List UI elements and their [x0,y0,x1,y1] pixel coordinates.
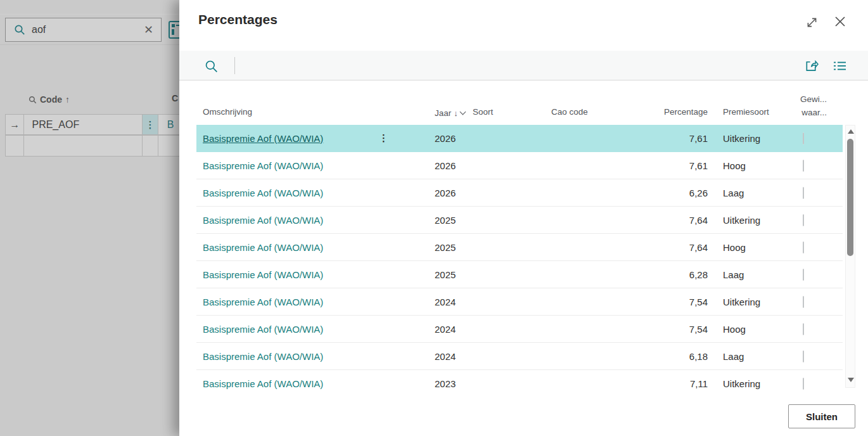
percentage-cell[interactable]: 7,61 [640,133,713,144]
omschrijving-link[interactable]: Basispremie Aof (WAO/WIA) [203,324,323,335]
row-options-icon[interactable]: ⋮ [379,132,388,144]
jaar-cell[interactable]: 2023 [432,378,473,389]
premiesoort-cell[interactable]: Uitkering [713,297,794,307]
jaar-cell[interactable]: 2025 [432,242,473,253]
premiesoort-cell[interactable]: Hoog [713,160,794,171]
premiesoort-cell[interactable]: Laag [713,269,794,280]
sluiten-button[interactable]: Sluiten [788,404,855,428]
omschrijving-cell: Basispremie Aof (WAO/WIA) ⋮ [196,160,432,171]
search-list-icon[interactable] [203,58,219,74]
percentage-cell[interactable]: 6,26 [640,188,713,198]
header-cao-code[interactable]: Cao code [546,107,640,125]
gewijzigd-checkbox[interactable] [803,132,804,144]
table-row[interactable]: Basispremie Aof (WAO/WIA) ⋮ 2024 7,54 Ui… [196,288,843,316]
jaar-cell[interactable]: 2025 [432,269,473,280]
percentage-cell[interactable]: 7,54 [640,297,713,307]
dialog-title: Percentages [198,12,278,27]
table-row[interactable]: Basispremie Aof (WAO/WIA) ⋮ 2025 6,28 La… [196,261,843,288]
premiesoort-cell[interactable]: Laag [713,351,794,362]
table-row[interactable]: Basispremie Aof (WAO/WIA) ⋮ 2025 7,64 Ho… [196,234,843,261]
scroll-down-icon[interactable] [848,378,854,382]
omschrijving-cell: Basispremie Aof (WAO/WIA) ⋮ [196,378,432,389]
share-icon[interactable] [803,58,819,74]
table-row[interactable]: Basispremie Aof (WAO/WIA) ⋮ 2026 7,61 Ui… [196,125,843,152]
premiesoort-cell[interactable]: Hoog [713,324,794,335]
jaar-cell[interactable]: 2026 [432,160,473,171]
gewijzigd-cell [794,242,843,253]
jaar-cell[interactable]: 2026 [432,188,473,198]
header-soort[interactable]: Soort [473,107,546,125]
omschrijving-link[interactable]: Basispremie Aof (WAO/WIA) [203,160,323,171]
gewijzigd-checkbox[interactable] [803,350,804,362]
gewijzigd-checkbox[interactable] [803,241,804,253]
omschrijving-link[interactable]: Basispremie Aof (WAO/WIA) [203,133,323,144]
toolbar-divider [234,57,235,74]
premiesoort-cell[interactable]: Hoog [713,242,794,253]
percentage-cell[interactable]: 7,54 [640,324,713,335]
percentage-cell[interactable]: 7,11 [640,378,713,389]
sort-descending-icon: ↓ [454,108,458,118]
jaar-cell[interactable]: 2024 [432,351,473,362]
gewijzigd-cell [794,351,843,362]
omschrijving-link[interactable]: Basispremie Aof (WAO/WIA) [203,242,323,253]
table-row[interactable]: Basispremie Aof (WAO/WIA) ⋮ 2025 7,64 Ui… [196,207,843,234]
gewijzigd-cell [794,188,843,198]
header-gewijzigd[interactable]: Gewi...waar... [794,93,843,125]
gewijzigd-checkbox[interactable] [803,323,804,335]
header-premiesoort[interactable]: Premiesoort [713,107,794,125]
gewijzigd-checkbox[interactable] [803,160,804,172]
gewijzigd-checkbox[interactable] [803,187,804,199]
scroll-up-icon[interactable] [848,129,854,134]
header-omschrijving[interactable]: Omschrijving [196,107,432,125]
gewijzigd-checkbox[interactable] [803,378,804,390]
percentage-cell[interactable]: 6,18 [640,351,713,362]
omschrijving-link[interactable]: Basispremie Aof (WAO/WIA) [203,215,323,226]
omschrijving-cell: Basispremie Aof (WAO/WIA) ⋮ [196,188,432,198]
gewijzigd-checkbox[interactable] [803,214,804,226]
jaar-cell[interactable]: 2024 [432,297,473,307]
table-header-row: Omschrijving Jaar ↓ Soort Cao code Perce… [196,80,843,125]
premiesoort-cell[interactable]: Uitkering [713,215,794,226]
jaar-cell[interactable]: 2025 [432,215,473,226]
table-row[interactable]: Basispremie Aof (WAO/WIA) ⋮ 2024 6,18 La… [196,343,843,370]
omschrijving-link[interactable]: Basispremie Aof (WAO/WIA) [203,378,323,389]
omschrijving-cell: Basispremie Aof (WAO/WIA) ⋮ [196,242,432,253]
gewijzigd-cell [794,269,843,280]
percentage-cell[interactable]: 7,61 [640,160,713,171]
premiesoort-cell[interactable]: Laag [713,188,794,198]
percentage-cell[interactable]: 6,28 [640,269,713,280]
gewijzigd-checkbox[interactable] [803,269,804,281]
omschrijving-link[interactable]: Basispremie Aof (WAO/WIA) [203,188,323,198]
table-row[interactable]: Basispremie Aof (WAO/WIA) ⋮ 2026 6,26 La… [196,179,843,207]
premiesoort-cell[interactable]: Uitkering [713,378,794,389]
omschrijving-cell: Basispremie Aof (WAO/WIA) ⋮ [196,351,432,362]
percentage-cell[interactable]: 7,64 [640,242,713,253]
omschrijving-cell: Basispremie Aof (WAO/WIA) ⋮ [196,297,432,307]
gewijzigd-cell [794,215,843,226]
dialog-footer: Sluiten [179,391,868,436]
header-percentage[interactable]: Percentage [640,107,713,125]
close-dialog-icon[interactable] [832,13,848,30]
premiesoort-cell[interactable]: Uitkering [713,133,794,144]
omschrijving-link[interactable]: Basispremie Aof (WAO/WIA) [203,297,323,307]
table-row[interactable]: Basispremie Aof (WAO/WIA) ⋮ 2023 7,11 Ui… [196,370,843,391]
table-row[interactable]: Basispremie Aof (WAO/WIA) ⋮ 2024 7,54 Ho… [196,316,843,343]
jaar-cell[interactable]: 2026 [432,133,473,144]
gewijzigd-cell [794,324,843,335]
percentages-dialog: Percentages [179,0,868,436]
percentage-cell[interactable]: 7,64 [640,215,713,226]
omschrijving-cell: Basispremie Aof (WAO/WIA) ⋮ [196,269,432,280]
gewijzigd-checkbox[interactable] [803,296,804,308]
omschrijving-link[interactable]: Basispremie Aof (WAO/WIA) [203,269,323,280]
chevron-down-icon[interactable] [459,109,466,115]
jaar-cell[interactable]: 2024 [432,324,473,335]
vertical-scrollbar[interactable] [845,125,855,388]
gewijzigd-cell [794,160,843,171]
header-jaar[interactable]: Jaar ↓ [432,108,473,125]
choose-columns-icon[interactable] [832,58,847,74]
scrollbar-thumb[interactable] [847,139,853,256]
dialog-toolbar [179,51,868,80]
expand-dialog-icon[interactable] [804,15,819,30]
table-row[interactable]: Basispremie Aof (WAO/WIA) ⋮ 2026 7,61 Ho… [196,152,843,179]
omschrijving-link[interactable]: Basispremie Aof (WAO/WIA) [203,351,323,362]
